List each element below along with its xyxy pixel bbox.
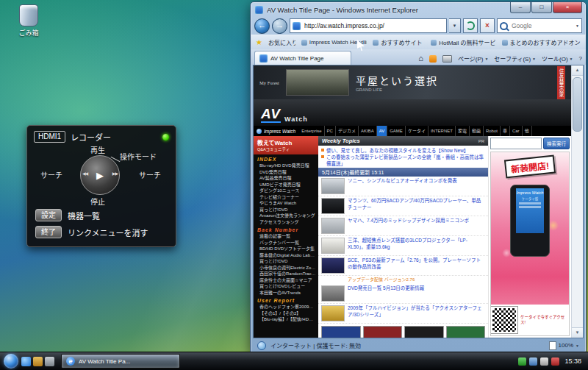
- news-article[interactable]: マランツ、60万円SACDアンプ/40万円SACDプレーヤー、単品チューナー: [318, 196, 488, 216]
- nav-item[interactable]: ケータイ: [406, 126, 429, 136]
- address-history-dropdown[interactable]: ▼: [449, 18, 461, 33]
- oshiete-watch-banner[interactable]: 教えてWatch Q&Aコミュニティ: [254, 136, 318, 154]
- sidebar-link[interactable]: Blu-ray/HD DVD発売日程: [254, 163, 318, 169]
- tools-menu[interactable]: ツール(O) ▼: [542, 54, 573, 63]
- scrollbar-thumb[interactable]: [573, 77, 582, 132]
- news-article[interactable]: SCE、PS3の最新ファーム「2.76」を公開。プレーヤーソフトの動作品質改善: [318, 256, 488, 276]
- sidebar-link[interactable]: 春のヘッドフォン祭2009レポート: [254, 304, 318, 310]
- site-search-button[interactable]: 検索実行: [543, 138, 570, 149]
- security-tray-icon[interactable]: [518, 357, 526, 366]
- fast-forward-icon[interactable]: ▶▶: [112, 171, 118, 176]
- sidebar-link[interactable]: テレビ紹介コーナー: [254, 194, 318, 201]
- video-thumbnail[interactable]: [446, 326, 486, 338]
- title-bar[interactable]: AV Watch Title Page - Windows Internet E…: [251, 2, 586, 17]
- nav-item[interactable]: AKIBA: [359, 126, 377, 136]
- settings-button[interactable]: 設定: [35, 209, 62, 221]
- nav-item[interactable]: デジカメ: [336, 126, 359, 136]
- sidebar-link[interactable]: UMDビデオ発売日程: [254, 182, 318, 188]
- network-tray-icon[interactable]: [529, 357, 537, 366]
- help-icon[interactable]: ?: [579, 55, 582, 62]
- zoom-control[interactable]: 100% ▼: [549, 341, 579, 350]
- sidebar-link[interactable]: ダビング10ニュース: [254, 188, 318, 194]
- address-input[interactable]: [303, 21, 444, 30]
- search-input[interactable]: [510, 21, 573, 30]
- news-article[interactable]: 2009年「フルハイビジョン」が当たる「アクオスシアターフェア/3Dシリーズ」: [318, 304, 488, 324]
- minimize-button[interactable]: –: [510, 2, 531, 13]
- sidebar-link[interactable]: アクセスランキング: [254, 219, 318, 226]
- stop-button[interactable]: ×: [480, 18, 495, 33]
- favorites-button[interactable]: お気に入り: [268, 38, 295, 46]
- start-button[interactable]: [4, 354, 18, 369]
- av-watch-logo[interactable]: AV: [261, 107, 281, 123]
- vertical-scrollbar[interactable]: ▲ ▼: [571, 65, 583, 338]
- print-icon[interactable]: [442, 55, 452, 63]
- article-link[interactable]: ソニー、シンプルなピュアオーディオコンポを発表: [348, 178, 457, 185]
- back-button[interactable]: ←: [254, 18, 270, 34]
- weekly-link[interactable]: この春始まった薄型テレビ新製品シーズンの全貌「嵐・番組・高画質は準備直送」: [321, 154, 485, 167]
- home-icon[interactable]: ⌂: [418, 54, 423, 63]
- volume-tray-icon[interactable]: [540, 357, 548, 366]
- sidebar-link[interactable]: AV製品発売日程: [254, 175, 318, 182]
- close-button[interactable]: ×: [553, 2, 582, 13]
- news-article[interactable]: DVD発売日一覧 5月13日の更新情報: [318, 284, 488, 304]
- quick-launch-ie-icon[interactable]: [21, 357, 31, 366]
- recycle-bin[interactable]: ごみ箱: [7, 4, 50, 38]
- sidebar-link[interactable]: DVD発売日程: [254, 169, 318, 176]
- favorites-link[interactable]: おすすめサイト ▼: [373, 38, 425, 46]
- taskbar-window-button[interactable]: e AV Watch Title Pa...: [61, 354, 180, 369]
- search-box[interactable]: ▼: [497, 18, 582, 33]
- sidebar-link[interactable]: やじうまAV Watch: [254, 200, 318, 207]
- tray-icon[interactable]: [551, 357, 559, 366]
- maximize-button[interactable]: □: [531, 2, 552, 13]
- page-menu[interactable]: ページ(P) ▼: [458, 54, 488, 63]
- search-dropdown-icon[interactable]: ▼: [576, 24, 579, 28]
- article-link[interactable]: DVD発売日一覧 5月13日の更新情報: [348, 285, 424, 292]
- news-article[interactable]: ヤマハ、7.4万円のミッドシップデザイン採用ミニコンポ: [318, 216, 488, 236]
- playback-dial[interactable]: ◀◀ ▶ ▶▶: [80, 155, 120, 195]
- sidebar-link[interactable]: 【Blu-ray編】/【配信/HD編】: [254, 316, 318, 323]
- address-bar[interactable]: [290, 18, 447, 33]
- nav-item[interactable]: 他: [523, 126, 532, 136]
- zoom-dropdown-icon[interactable]: ▼: [576, 344, 579, 348]
- safety-menu[interactable]: セーフティ(S) ▼: [494, 54, 536, 63]
- nav-item[interactable]: PC: [325, 126, 336, 136]
- sidebar-link[interactable]: 麻倉怜士の大画面☆マニア: [254, 277, 318, 284]
- sidebar-link[interactable]: 買っとけ!DVD: [254, 207, 318, 213]
- refresh-button[interactable]: [463, 18, 478, 33]
- sidebar-link[interactable]: 小寺信良の週刊Electric Zooma!: [254, 265, 318, 271]
- sidebar-link[interactable]: BD/HD DVDソフトデータ集: [254, 246, 318, 252]
- article-link[interactable]: ヤマハ、7.4万円のミッドシップデザイン採用ミニコンポ: [348, 218, 469, 224]
- nav-item-av[interactable]: AV: [377, 126, 388, 136]
- sidebar-link[interactable]: 買っとけ!DVD: [254, 258, 318, 265]
- news-article[interactable]: 三洋、超短焦点レンズ搭載の3LCDプロジェクター「LP-XL50」。重量15.6…: [318, 236, 488, 256]
- sidebar-link[interactable]: 連載の記事一覧: [254, 233, 318, 240]
- forward-button[interactable]: →: [272, 18, 287, 34]
- video-thumbnail[interactable]: [404, 326, 444, 338]
- sidebar-link[interactable]: 西田宗千佳のRandomTracking: [254, 271, 318, 277]
- favorites-link[interactable]: まとめのおすすめアドオン ▼: [502, 38, 581, 46]
- rewind-icon[interactable]: ◀◀: [82, 171, 87, 176]
- nav-item[interactable]: 家電: [456, 126, 470, 136]
- scroll-up-button[interactable]: ▲: [572, 65, 583, 76]
- article-link[interactable]: 三洋、超短焦点レンズ搭載の3LCDプロジェクター「LP-XL50」。重量15.6…: [348, 238, 485, 250]
- nav-item[interactable]: Car: [510, 126, 523, 136]
- impress-logo[interactable]: Impress Watch: [257, 129, 295, 134]
- nav-item[interactable]: 車: [501, 126, 510, 136]
- tab-av-watch[interactable]: AV Watch Title Page: [254, 51, 351, 65]
- play-icon[interactable]: ▶: [96, 170, 104, 181]
- sidebar-link[interactable]: Amazon注文優先ランキング: [254, 213, 318, 219]
- top-banner-ad[interactable]: My Forest 平屋という選択 GRAND LIFE 住友林業の家: [254, 65, 571, 99]
- favorites-star-icon[interactable]: ★: [256, 39, 262, 46]
- quick-launch-icon[interactable]: [33, 357, 43, 366]
- news-article[interactable]: ソニー、シンプルなピュアオーディオコンポを発表: [318, 177, 488, 196]
- clock[interactable]: 15:38: [562, 357, 584, 365]
- sidebar-link[interactable]: 本田雅一のAVTrends: [254, 290, 318, 296]
- mobile-ad-banner[interactable]: 新装開店! Impress Watch ケータイ版: [490, 152, 570, 336]
- sidebar-link[interactable]: 【その1】/【その2】: [254, 310, 318, 317]
- weekly-link[interactable]: 使い、見せて良し。あなたの視聴スタイルを変える【Show New】: [321, 147, 485, 154]
- nav-item[interactable]: GAME: [387, 126, 406, 136]
- nav-item[interactable]: Robot: [484, 126, 501, 136]
- favorites-link[interactable]: Impress Watch Headline: [301, 39, 368, 46]
- article-link[interactable]: SCE、PS3の最新ファーム「2.76」を公開。プレーヤーソフトの動作品質改善: [348, 257, 485, 270]
- sidebar-link[interactable]: バックナンバー一覧: [254, 240, 318, 246]
